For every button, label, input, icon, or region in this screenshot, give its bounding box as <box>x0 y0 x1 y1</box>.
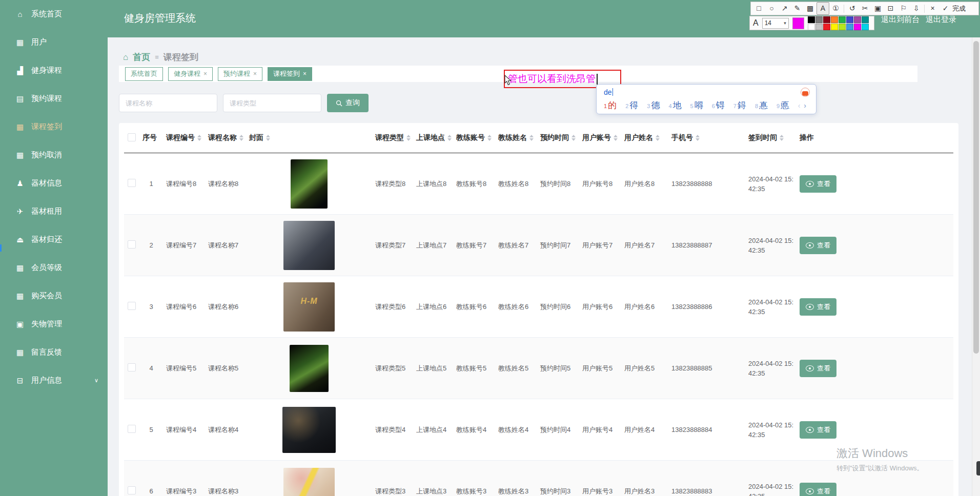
logout-link[interactable]: 退出登录 <box>926 15 956 25</box>
confirm-tool[interactable]: ✓ <box>939 3 952 14</box>
row-checkbox[interactable] <box>128 486 136 494</box>
sort-icon[interactable] <box>571 135 576 141</box>
number-marker-tool[interactable]: ① <box>829 3 842 14</box>
sort-icon[interactable] <box>197 135 201 141</box>
column-header-6[interactable]: 教练账号 <box>453 123 495 153</box>
palette-color-swatch[interactable] <box>846 16 853 23</box>
sidebar-item-3[interactable]: ▤预约课程 <box>0 85 108 113</box>
mosaic-tool[interactable]: ▩ <box>804 3 816 14</box>
palette-color-swatch[interactable] <box>854 24 861 30</box>
save-tool[interactable]: ⇩ <box>910 3 923 14</box>
tab-0[interactable]: 系统首页 <box>125 67 163 81</box>
ime-candidate-5[interactable]: 5嘚 <box>690 99 703 111</box>
sidebar-item-9[interactable]: ▦会员等级 <box>0 254 108 282</box>
palette-color-swatch[interactable] <box>815 16 823 23</box>
search-button[interactable]: 查询 <box>327 94 369 112</box>
sort-icon[interactable] <box>696 135 700 141</box>
row-checkbox[interactable] <box>128 240 136 249</box>
tab-1[interactable]: 健身课程× <box>168 67 213 81</box>
sort-icon[interactable] <box>780 135 784 141</box>
course-type-input[interactable] <box>223 94 321 112</box>
view-button[interactable]: 查看 <box>800 237 836 254</box>
row-checkbox[interactable] <box>128 179 136 187</box>
close-tool[interactable]: × <box>926 3 939 14</box>
palette-color-swatch[interactable] <box>808 24 815 30</box>
column-header-2[interactable]: 课程名称 <box>205 123 246 153</box>
row-checkbox[interactable] <box>128 425 136 433</box>
ime-assistant-icon[interactable] <box>801 88 810 97</box>
ime-candidate-4[interactable]: 4地 <box>668 99 681 111</box>
view-button[interactable]: 查看 <box>800 421 836 439</box>
undo-tool[interactable]: ↺ <box>846 3 859 14</box>
palette-color-swatch[interactable] <box>823 16 830 23</box>
view-button[interactable]: 查看 <box>800 360 836 377</box>
palette-color-swatch[interactable] <box>846 24 853 30</box>
sidebar-item-8[interactable]: ⏏器材归还 <box>0 225 108 254</box>
row-checkbox[interactable] <box>128 363 136 371</box>
palette-color-swatch[interactable] <box>839 16 846 23</box>
ime-next-page[interactable]: › <box>804 101 810 110</box>
palette-color-swatch[interactable] <box>808 16 815 23</box>
ime-candidate-3[interactable]: 3德 <box>647 99 660 111</box>
tab-2[interactable]: 预约课程× <box>218 67 262 81</box>
view-button[interactable]: 查看 <box>800 298 836 316</box>
tab-close-icon[interactable]: × <box>203 70 207 77</box>
sidebar-item-6[interactable]: ♟器材信息 <box>0 169 108 197</box>
sidebar-item-13[interactable]: ⊟用户信息∨ <box>0 366 108 395</box>
column-header-12[interactable]: 签到时间 <box>745 123 797 153</box>
ime-candidate-7[interactable]: 7鍀 <box>733 99 746 111</box>
region-capture-tool[interactable]: ✂ <box>859 3 871 14</box>
column-header-10[interactable]: 用户姓名 <box>621 123 668 153</box>
select-all-checkbox[interactable] <box>128 133 136 141</box>
palette-color-swatch[interactable] <box>831 24 838 30</box>
sidebar-item-12[interactable]: ▦留言反馈 <box>0 338 108 366</box>
sidebar-item-5[interactable]: ▦预约取消 <box>0 141 108 169</box>
sort-icon[interactable] <box>266 135 270 141</box>
sort-icon[interactable] <box>447 135 452 141</box>
view-button[interactable]: 查看 <box>800 483 836 496</box>
column-header-1[interactable]: 课程编号 <box>163 123 205 153</box>
ime-prev-page[interactable]: ‹ <box>798 101 804 110</box>
palette-color-swatch[interactable] <box>823 24 830 30</box>
column-header-3[interactable]: 封面 <box>246 123 372 153</box>
column-header-5[interactable]: 上课地点 <box>413 123 453 153</box>
sidebar-item-1[interactable]: ▦用户 <box>0 28 108 56</box>
column-header-8[interactable]: 预约时间 <box>537 123 579 153</box>
ime-candidate-8[interactable]: 8惪 <box>755 99 768 111</box>
palette-color-swatch[interactable] <box>831 16 838 23</box>
palette-color-swatch[interactable] <box>862 16 869 23</box>
text-tool[interactable]: A <box>816 2 829 15</box>
column-header-11[interactable]: 手机号 <box>668 123 745 153</box>
palette-color-swatch[interactable] <box>862 24 869 30</box>
copy-image-tool[interactable]: ▣ <box>871 3 884 14</box>
palette-color-swatch[interactable] <box>815 24 823 30</box>
tab-close-icon[interactable]: × <box>253 70 257 77</box>
rectangle-tool[interactable]: □ <box>752 3 765 14</box>
sort-icon[interactable] <box>614 135 618 141</box>
column-header-4[interactable]: 课程类型 <box>372 123 413 153</box>
ime-candidate-6[interactable]: 6锝 <box>712 99 725 111</box>
view-button[interactable]: 查看 <box>800 175 836 193</box>
exit-to-front-link[interactable]: 退出到前台 <box>881 15 920 25</box>
pen-tool[interactable]: ✎ <box>791 3 804 14</box>
sidebar-item-4[interactable]: ▦课程签到 <box>0 113 108 141</box>
arrow-tool[interactable]: ↗ <box>778 3 791 14</box>
ellipse-tool[interactable]: ○ <box>765 3 778 14</box>
sidebar-item-2[interactable]: ▟健身课程 <box>0 56 108 85</box>
pin-tool[interactable]: ⚐ <box>897 3 910 14</box>
ime-candidate-1[interactable]: 1的 <box>604 99 617 111</box>
column-header-7[interactable]: 教练姓名 <box>495 123 537 153</box>
sort-icon[interactable] <box>656 135 660 141</box>
sidebar-item-10[interactable]: ▦购买会员 <box>0 282 108 310</box>
breadcrumb-home[interactable]: 首页 <box>133 51 150 63</box>
tab-close-icon[interactable]: × <box>303 70 307 77</box>
frame-select-tool[interactable]: ⊡ <box>884 3 897 14</box>
column-header-9[interactable]: 用户账号 <box>579 123 621 153</box>
page-scrollbar[interactable] <box>972 37 980 496</box>
sort-icon[interactable] <box>529 135 534 141</box>
sidebar-item-7[interactable]: ✈器材租用 <box>0 197 108 225</box>
row-checkbox[interactable] <box>128 302 136 310</box>
palette-color-swatch[interactable] <box>839 24 846 30</box>
sidebar-item-0[interactable]: ⌂系统首页 <box>0 0 108 28</box>
ime-candidate-9[interactable]: 9悳 <box>777 99 789 111</box>
